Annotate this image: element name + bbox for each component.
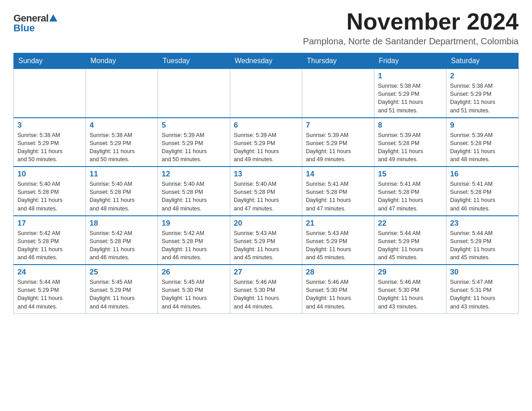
- calendar-week-row: 10Sunrise: 5:40 AMSunset: 5:28 PMDayligh…: [14, 167, 519, 216]
- calendar-week-row: 1Sunrise: 5:38 AMSunset: 5:29 PMDaylight…: [14, 69, 519, 118]
- day-number: 1: [378, 72, 442, 81]
- day-number: 11: [90, 170, 154, 179]
- calendar-cell: 1Sunrise: 5:38 AMSunset: 5:29 PMDaylight…: [374, 69, 446, 118]
- calendar-cell: 7Sunrise: 5:39 AMSunset: 5:29 PMDaylight…: [302, 118, 374, 167]
- day-number: 21: [306, 219, 370, 228]
- day-number: 24: [17, 268, 82, 277]
- weekday-header-tuesday: Tuesday: [158, 53, 230, 69]
- calendar-cell: 14Sunrise: 5:41 AMSunset: 5:28 PMDayligh…: [302, 167, 374, 216]
- calendar-cell: [302, 69, 374, 118]
- day-info: Sunrise: 5:42 AMSunset: 5:28 PMDaylight:…: [162, 229, 226, 262]
- day-info: Sunrise: 5:47 AMSunset: 5:31 PMDaylight:…: [450, 278, 515, 311]
- day-number: 27: [234, 268, 298, 277]
- day-info: Sunrise: 5:41 AMSunset: 5:28 PMDaylight:…: [450, 180, 515, 213]
- day-info: Sunrise: 5:39 AMSunset: 5:29 PMDaylight:…: [234, 131, 298, 164]
- day-number: 26: [162, 268, 226, 277]
- calendar-cell: 10Sunrise: 5:40 AMSunset: 5:28 PMDayligh…: [14, 167, 86, 216]
- day-number: 28: [306, 268, 370, 277]
- day-info: Sunrise: 5:44 AMSunset: 5:29 PMDaylight:…: [17, 278, 82, 311]
- day-number: 20: [234, 219, 298, 228]
- day-info: Sunrise: 5:40 AMSunset: 5:28 PMDaylight:…: [162, 180, 226, 213]
- weekday-header-sunday: Sunday: [14, 53, 86, 69]
- calendar-cell: 24Sunrise: 5:44 AMSunset: 5:29 PMDayligh…: [14, 265, 86, 313]
- calendar-cell: [158, 69, 230, 118]
- calendar-cell: 19Sunrise: 5:42 AMSunset: 5:28 PMDayligh…: [158, 216, 230, 265]
- day-number: 16: [450, 170, 515, 179]
- day-info: Sunrise: 5:41 AMSunset: 5:28 PMDaylight:…: [306, 180, 370, 213]
- day-number: 10: [17, 170, 82, 179]
- calendar-cell: 4Sunrise: 5:38 AMSunset: 5:29 PMDaylight…: [86, 118, 158, 167]
- day-info: Sunrise: 5:40 AMSunset: 5:28 PMDaylight:…: [17, 180, 82, 213]
- day-number: 15: [378, 170, 442, 179]
- logo-triangle-icon: [49, 14, 57, 21]
- day-info: Sunrise: 5:43 AMSunset: 5:29 PMDaylight:…: [234, 229, 298, 262]
- day-info: Sunrise: 5:46 AMSunset: 5:30 PMDaylight:…: [378, 278, 442, 311]
- calendar-cell: 6Sunrise: 5:39 AMSunset: 5:29 PMDaylight…: [230, 118, 302, 167]
- day-info: Sunrise: 5:39 AMSunset: 5:29 PMDaylight:…: [306, 131, 370, 164]
- day-info: Sunrise: 5:46 AMSunset: 5:30 PMDaylight:…: [234, 278, 298, 311]
- calendar-cell: 20Sunrise: 5:43 AMSunset: 5:29 PMDayligh…: [230, 216, 302, 265]
- day-info: Sunrise: 5:41 AMSunset: 5:28 PMDaylight:…: [378, 180, 442, 213]
- day-info: Sunrise: 5:46 AMSunset: 5:30 PMDaylight:…: [306, 278, 370, 311]
- day-number: 3: [17, 121, 82, 130]
- day-info: Sunrise: 5:38 AMSunset: 5:29 PMDaylight:…: [90, 131, 154, 164]
- day-number: 5: [162, 121, 226, 130]
- weekday-header-row: SundayMondayTuesdayWednesdayThursdayFrid…: [14, 53, 519, 69]
- day-number: 17: [17, 219, 82, 228]
- calendar-cell: 27Sunrise: 5:46 AMSunset: 5:30 PMDayligh…: [230, 265, 302, 313]
- day-number: 2: [450, 72, 515, 81]
- calendar-cell: 17Sunrise: 5:42 AMSunset: 5:28 PMDayligh…: [14, 216, 86, 265]
- day-number: 6: [234, 121, 298, 130]
- logo: General Blue: [13, 9, 57, 34]
- calendar-cell: [14, 69, 86, 118]
- day-info: Sunrise: 5:43 AMSunset: 5:29 PMDaylight:…: [306, 229, 370, 262]
- logo-blue-text: Blue: [13, 22, 35, 34]
- day-number: 14: [306, 170, 370, 179]
- calendar-cell: 12Sunrise: 5:40 AMSunset: 5:28 PMDayligh…: [158, 167, 230, 216]
- weekday-header-saturday: Saturday: [446, 53, 519, 69]
- calendar-cell: 30Sunrise: 5:47 AMSunset: 5:31 PMDayligh…: [446, 265, 519, 313]
- day-info: Sunrise: 5:38 AMSunset: 5:29 PMDaylight:…: [450, 82, 515, 115]
- calendar-cell: [230, 69, 302, 118]
- day-info: Sunrise: 5:39 AMSunset: 5:28 PMDaylight:…: [450, 131, 515, 164]
- calendar-cell: 21Sunrise: 5:43 AMSunset: 5:29 PMDayligh…: [302, 216, 374, 265]
- day-number: 4: [90, 121, 154, 130]
- calendar-cell: 3Sunrise: 5:38 AMSunset: 5:29 PMDaylight…: [14, 118, 86, 167]
- weekday-header-wednesday: Wednesday: [230, 53, 302, 69]
- day-number: 19: [162, 219, 226, 228]
- day-info: Sunrise: 5:38 AMSunset: 5:29 PMDaylight:…: [378, 82, 442, 115]
- day-info: Sunrise: 5:45 AMSunset: 5:29 PMDaylight:…: [90, 278, 154, 311]
- month-year-title: November 2024: [303, 9, 519, 34]
- page-header: General Blue November 2024 Pamplona, Nor…: [13, 9, 519, 47]
- day-number: 8: [378, 121, 442, 130]
- day-number: 30: [450, 268, 515, 277]
- day-number: 12: [162, 170, 226, 179]
- calendar-week-row: 17Sunrise: 5:42 AMSunset: 5:28 PMDayligh…: [14, 216, 519, 265]
- calendar-cell: [86, 69, 158, 118]
- weekday-header-monday: Monday: [86, 53, 158, 69]
- calendar-cell: 28Sunrise: 5:46 AMSunset: 5:30 PMDayligh…: [302, 265, 374, 313]
- calendar-cell: 9Sunrise: 5:39 AMSunset: 5:28 PMDaylight…: [446, 118, 519, 167]
- calendar-week-row: 3Sunrise: 5:38 AMSunset: 5:29 PMDaylight…: [14, 118, 519, 167]
- calendar-table: SundayMondayTuesdayWednesdayThursdayFrid…: [13, 53, 519, 314]
- calendar-cell: 2Sunrise: 5:38 AMSunset: 5:29 PMDaylight…: [446, 69, 519, 118]
- calendar-cell: 16Sunrise: 5:41 AMSunset: 5:28 PMDayligh…: [446, 167, 519, 216]
- calendar-cell: 8Sunrise: 5:39 AMSunset: 5:28 PMDaylight…: [374, 118, 446, 167]
- day-number: 25: [90, 268, 154, 277]
- calendar-cell: 23Sunrise: 5:44 AMSunset: 5:29 PMDayligh…: [446, 216, 519, 265]
- day-info: Sunrise: 5:39 AMSunset: 5:29 PMDaylight:…: [162, 131, 226, 164]
- calendar-cell: 25Sunrise: 5:45 AMSunset: 5:29 PMDayligh…: [86, 265, 158, 313]
- title-area: November 2024 Pamplona, Norte de Santand…: [303, 9, 519, 47]
- weekday-header-thursday: Thursday: [302, 53, 374, 69]
- day-number: 13: [234, 170, 298, 179]
- calendar-cell: 11Sunrise: 5:40 AMSunset: 5:28 PMDayligh…: [86, 167, 158, 216]
- day-info: Sunrise: 5:38 AMSunset: 5:29 PMDaylight:…: [17, 131, 82, 164]
- calendar-cell: 15Sunrise: 5:41 AMSunset: 5:28 PMDayligh…: [374, 167, 446, 216]
- day-info: Sunrise: 5:45 AMSunset: 5:30 PMDaylight:…: [162, 278, 226, 311]
- day-number: 23: [450, 219, 515, 228]
- day-info: Sunrise: 5:40 AMSunset: 5:28 PMDaylight:…: [90, 180, 154, 213]
- svg-marker-0: [49, 14, 57, 21]
- calendar-cell: 5Sunrise: 5:39 AMSunset: 5:29 PMDaylight…: [158, 118, 230, 167]
- weekday-header-friday: Friday: [374, 53, 446, 69]
- day-number: 22: [378, 219, 442, 228]
